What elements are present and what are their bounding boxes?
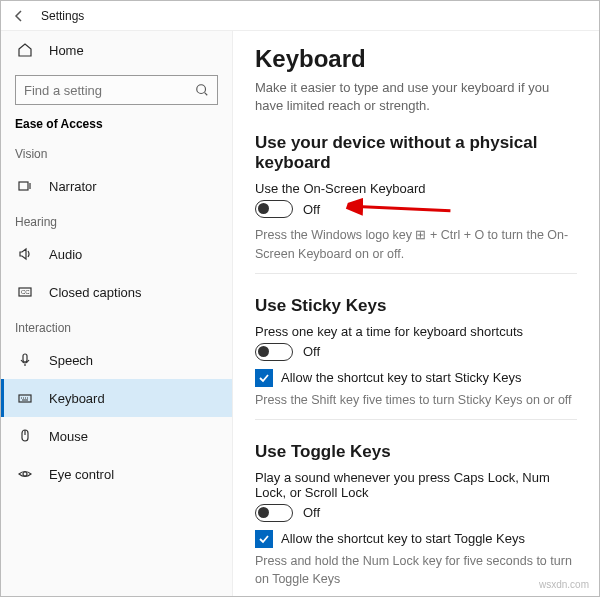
osk-toggle[interactable] bbox=[255, 200, 293, 218]
togglekeys-shortcut-label: Allow the shortcut key to start Toggle K… bbox=[281, 530, 525, 548]
mouse-label: Mouse bbox=[49, 429, 88, 444]
sidebar-item-audio[interactable]: Audio bbox=[1, 235, 232, 273]
titlebar: Settings bbox=[1, 1, 599, 31]
narrator-label: Narrator bbox=[49, 179, 97, 194]
togglekeys-toggle[interactable] bbox=[255, 504, 293, 522]
group-hearing-heading: Hearing bbox=[1, 205, 232, 235]
sidebar: Home Ease of Access Vision Narrator Hear… bbox=[1, 31, 233, 596]
sidebar-item-eye[interactable]: Eye control bbox=[1, 455, 232, 493]
cc-icon: CC bbox=[15, 282, 35, 302]
speech-label: Speech bbox=[49, 353, 93, 368]
sidebar-category: Ease of Access bbox=[1, 111, 232, 137]
togglekeys-help: Press and hold the Num Lock key for five… bbox=[255, 552, 577, 588]
togglekeys-label: Play a sound whenever you press Caps Loc… bbox=[255, 470, 577, 500]
keyboard-icon bbox=[15, 388, 35, 408]
svg-point-7 bbox=[23, 472, 27, 476]
search-input[interactable] bbox=[15, 75, 218, 105]
search-icon bbox=[195, 83, 209, 97]
narrator-icon bbox=[15, 176, 35, 196]
svg-rect-1 bbox=[19, 182, 28, 190]
group-interaction-heading: Interaction bbox=[1, 311, 232, 341]
sticky-label: Press one key at a time for keyboard sho… bbox=[255, 324, 577, 339]
sec3-heading: Use Toggle Keys bbox=[255, 442, 577, 462]
osk-label: Use the On-Screen Keyboard bbox=[255, 181, 577, 196]
sidebar-item-cc[interactable]: CC Closed captions bbox=[1, 273, 232, 311]
sec2-heading: Use Sticky Keys bbox=[255, 296, 577, 316]
cc-label: Closed captions bbox=[49, 285, 142, 300]
sticky-toggle[interactable] bbox=[255, 343, 293, 361]
audio-icon bbox=[15, 244, 35, 264]
audio-label: Audio bbox=[49, 247, 82, 262]
osk-state: Off bbox=[303, 202, 320, 217]
page-title: Keyboard bbox=[255, 45, 577, 73]
sticky-help: Press the Shift key five times to turn S… bbox=[255, 391, 577, 409]
keyboard-label: Keyboard bbox=[49, 391, 105, 406]
sidebar-item-speech[interactable]: Speech bbox=[1, 341, 232, 379]
svg-point-0 bbox=[197, 85, 206, 94]
sticky-state: Off bbox=[303, 344, 320, 359]
sec1-heading: Use your device without a physical keybo… bbox=[255, 133, 577, 173]
window-title: Settings bbox=[41, 9, 84, 23]
main-content: Keyboard Make it easier to type and use … bbox=[233, 31, 599, 596]
sidebar-item-mouse[interactable]: Mouse bbox=[1, 417, 232, 455]
togglekeys-shortcut-checkbox[interactable] bbox=[255, 530, 273, 548]
togglekeys-state: Off bbox=[303, 505, 320, 520]
back-icon[interactable] bbox=[11, 8, 29, 24]
sidebar-item-narrator[interactable]: Narrator bbox=[1, 167, 232, 205]
sidebar-item-home[interactable]: Home bbox=[1, 31, 232, 69]
eye-label: Eye control bbox=[49, 467, 114, 482]
svg-text:CC: CC bbox=[21, 289, 30, 295]
page-subtitle: Make it easier to type and use your keyb… bbox=[255, 79, 577, 115]
home-icon bbox=[15, 40, 35, 60]
eye-icon bbox=[15, 464, 35, 484]
home-label: Home bbox=[49, 43, 84, 58]
group-vision-heading: Vision bbox=[1, 137, 232, 167]
mic-icon bbox=[15, 350, 35, 370]
search-field[interactable] bbox=[24, 83, 195, 98]
svg-rect-4 bbox=[23, 354, 27, 362]
sticky-shortcut-checkbox[interactable] bbox=[255, 369, 273, 387]
sidebar-item-keyboard[interactable]: Keyboard bbox=[1, 379, 232, 417]
sticky-shortcut-label: Allow the shortcut key to start Sticky K… bbox=[281, 369, 522, 387]
watermark: wsxdn.com bbox=[539, 579, 589, 590]
mouse-icon bbox=[15, 426, 35, 446]
osk-help: Press the Windows logo key ⊞ + Ctrl + O … bbox=[255, 226, 577, 262]
